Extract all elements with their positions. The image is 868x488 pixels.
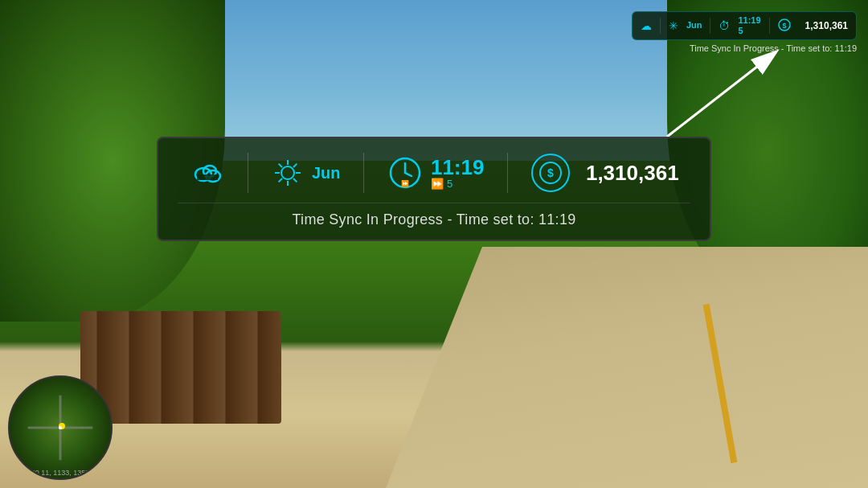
season-icon-small: ✳ — [669, 19, 678, 32]
minimap: 30.11, 1133, 1353 — [8, 375, 113, 480]
time-speed-row: ⏩ 5 — [431, 178, 452, 190]
time-small: 11:19 — [738, 15, 760, 26]
minimap-svg — [20, 388, 101, 469]
wooden-deck — [80, 311, 281, 424]
svg-line-23 — [405, 173, 411, 176]
time-item: ⏩ 11:19 ⏩ 5 — [387, 155, 485, 191]
season-icon-main — [272, 157, 304, 189]
hud-bar-small: ☁ ✳ Jun ⏱ 11:19 5 $ 1,310,361 — [632, 11, 857, 40]
svg-line-17 — [278, 164, 281, 167]
season-label-small: Jun — [686, 20, 702, 31]
minimap-coords: 30.11, 1133, 1353 — [31, 469, 90, 477]
money-value-small: 1,310,361 — [805, 20, 848, 31]
divider-v-3 — [507, 153, 508, 193]
divider-3 — [769, 18, 770, 34]
divider-2 — [710, 18, 710, 34]
svg-line-18 — [293, 178, 297, 182]
svg-point-3 — [59, 426, 62, 429]
road — [386, 247, 868, 488]
svg-rect-11 — [197, 174, 218, 180]
money-icon-main: $ — [531, 154, 570, 192]
road-line — [703, 304, 738, 463]
hud-main-panel: Jun ⏩ 11:19 ⏩ 5 — [157, 137, 711, 241]
weather-icon-main — [189, 155, 224, 191]
divider-v-2 — [363, 153, 364, 193]
speed-small: 5 — [738, 26, 760, 36]
weather-item — [189, 155, 224, 191]
svg-text:$: $ — [547, 166, 554, 179]
speed-icon: ⏩ — [431, 178, 444, 190]
svg-text:⏩: ⏩ — [401, 179, 409, 187]
notification-small: Time Sync In Progress - Time set to: 11:… — [690, 43, 857, 53]
season-label-main: Jun — [312, 164, 341, 182]
time-block: 11:19 ⏩ 5 — [431, 157, 485, 190]
money-item: $ 1,310,361 — [531, 154, 679, 192]
clock-icon-main: ⏩ — [387, 155, 423, 191]
money-value-main: 1,310,361 — [586, 161, 679, 186]
season-item: Jun — [272, 157, 341, 189]
divider-1 — [660, 18, 661, 34]
svg-line-19 — [293, 164, 297, 167]
time-main: 11:19 — [431, 157, 485, 178]
hud-icons-row: Jun ⏩ 11:19 ⏩ 5 — [178, 153, 690, 203]
svg-line-20 — [278, 178, 281, 182]
svg-text:$: $ — [782, 22, 786, 30]
background-scene — [0, 0, 868, 488]
money-icon-small: $ — [778, 18, 791, 34]
weather-icon-small: ☁ — [641, 19, 652, 32]
notification-main: Time Sync In Progress - Time set to: 11:… — [178, 203, 690, 228]
speed-value: 5 — [447, 178, 452, 190]
svg-point-12 — [281, 166, 294, 179]
clock-icon-small: ⏱ — [719, 19, 730, 32]
divider-v-1 — [248, 153, 248, 193]
